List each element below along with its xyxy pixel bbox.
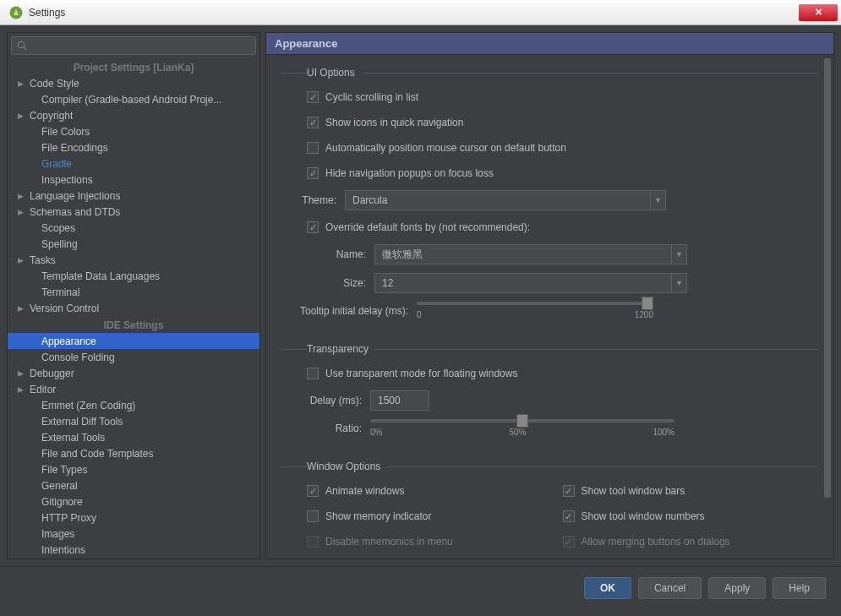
tree-item[interactable]: ▶Editor [8, 381, 259, 397]
expand-arrow-icon: ▶ [18, 112, 26, 120]
hidepop-checkbox[interactable] [307, 167, 319, 179]
tree-item[interactable]: ▶Code Style [8, 75, 259, 91]
tree-item-label: File Colors [41, 126, 90, 138]
tree-item-label: General [41, 480, 78, 492]
apply-button[interactable]: Apply [708, 577, 766, 599]
tree-item[interactable]: File Types [8, 461, 259, 477]
cancel-button[interactable]: Cancel [638, 577, 702, 599]
main-scrollbar[interactable] [823, 58, 832, 557]
trans-delay-input[interactable]: 1500 [370, 390, 429, 411]
tree-item[interactable]: ▶Debugger [8, 365, 259, 381]
tree-item[interactable]: ▶Version Control [8, 300, 259, 316]
tree-item[interactable]: Intentions [8, 542, 259, 558]
svg-point-1 [18, 41, 24, 47]
override-fonts-checkbox[interactable] [307, 221, 319, 233]
tree-item[interactable]: Scopes [8, 220, 259, 236]
tree-item[interactable]: Console Folding [8, 349, 259, 365]
tree-item[interactable]: Images [8, 526, 259, 542]
search-input[interactable] [11, 36, 256, 55]
ok-button[interactable]: OK [584, 577, 631, 599]
ratio-slider[interactable]: 0%50%100% [370, 419, 674, 437]
window-title: Settings [29, 7, 799, 19]
tree-item-label: Template Data Languages [41, 270, 160, 282]
toolbar-checkbox[interactable] [563, 485, 575, 497]
tree-item-label: Language Injections [30, 190, 120, 202]
memory-checkbox[interactable] [307, 510, 319, 522]
tree-item-label: Editor [30, 384, 56, 395]
hidepop-label: Hide navigation popups on focus loss [325, 167, 494, 179]
tree-item[interactable]: ▶Language Injections [8, 188, 259, 204]
expand-arrow-icon: ▶ [18, 369, 26, 378]
tree-item[interactable]: External Diff Tools [8, 413, 259, 429]
toolnums-label: Show tool window numbers [582, 510, 705, 522]
merge-checkbox[interactable] [563, 536, 575, 548]
icons-checkbox[interactable] [307, 117, 319, 128]
transparency-group: Transparency Use transparent mode for fl… [281, 343, 818, 452]
tree-item[interactable]: Compiler (Gradle-based Android Proje... [8, 91, 259, 107]
tree-item-label: Console Folding [41, 352, 115, 363]
font-size-select[interactable]: 12▼ [374, 273, 687, 293]
expand-arrow-icon: ▶ [18, 79, 26, 88]
search-icon [17, 41, 28, 52]
settings-tree[interactable]: Project Settings [LianKa] ▶Code StyleCom… [8, 58, 259, 559]
transparency-legend: Transparency [307, 343, 375, 355]
tree-item[interactable]: Inspections [8, 172, 259, 188]
tree-item-label: File Types [41, 464, 87, 476]
tree-header-project: Project Settings [LianKa] [8, 58, 259, 75]
ui-options-legend: UI Options [307, 67, 362, 79]
transparent-mode-checkbox[interactable] [307, 368, 319, 379]
tree-item-label: Images [41, 528, 74, 540]
tree-item-label: File and Code Templates [41, 448, 154, 460]
tree-item[interactable]: Gitignore [8, 493, 259, 510]
tree-item[interactable]: File Colors [8, 123, 259, 139]
help-button[interactable]: Help [773, 577, 826, 599]
font-name-label: Name: [324, 248, 366, 260]
tree-item[interactable]: External Tools [8, 429, 259, 445]
window-options-legend: Window Options [307, 461, 387, 472]
tree-item[interactable]: HTTP Proxy [8, 510, 259, 526]
toolnums-checkbox[interactable] [563, 510, 575, 522]
expand-arrow-icon: ▶ [18, 304, 26, 313]
tree-item[interactable]: ▶Copyright [8, 107, 259, 123]
tree-item-label: Compiler (Gradle-based Android Proje... [41, 94, 221, 106]
tree-item[interactable]: Terminal [8, 284, 259, 300]
animate-checkbox[interactable] [307, 485, 319, 497]
tree-item[interactable]: Template Data Languages [8, 268, 259, 284]
font-name-select[interactable]: 微软雅黑▼ [374, 244, 687, 264]
svg-line-2 [24, 47, 26, 50]
theme-select[interactable]: Darcula▼ [345, 190, 666, 210]
chevron-down-icon: ▼ [671, 245, 686, 264]
tree-item[interactable]: File and Code Templates [8, 445, 259, 461]
tooltip-delay-slider[interactable]: 01200 [417, 302, 653, 319]
tree-item-label: Inspections [41, 174, 93, 186]
theme-label: Theme: [281, 194, 336, 206]
tree-item-label: Debugger [30, 368, 74, 379]
tree-item[interactable]: General [8, 477, 259, 493]
tree-item-label: Spelling [41, 238, 78, 250]
cyclic-checkbox[interactable] [307, 91, 319, 103]
settings-sidebar: Project Settings [LianKa] ▶Code StyleCom… [7, 32, 260, 559]
tree-item-label: Version Control [30, 303, 99, 314]
tree-item[interactable]: Gradle [8, 155, 259, 172]
dialog-footer: OK Cancel Apply Help [0, 566, 841, 608]
main-title: Appearance [266, 33, 833, 55]
tree-item[interactable]: ▶Tasks [8, 252, 259, 268]
tree-item[interactable]: Spelling [8, 236, 259, 252]
tree-item-label: External Diff Tools [41, 416, 123, 428]
tree-item-label: Intentions [41, 544, 85, 556]
titlebar: Settings ✕ [0, 0, 841, 25]
chevron-down-icon: ▼ [671, 274, 686, 292]
tree-item-label: Gitignore [41, 496, 83, 508]
tree-item[interactable]: Appearance [8, 333, 259, 349]
tree-item-label: Terminal [41, 286, 79, 298]
tree-item[interactable]: ▶Schemas and DTDs [8, 204, 259, 220]
tree-item[interactable]: File Encodings [8, 139, 259, 155]
tree-item-label: HTTP Proxy [41, 512, 96, 524]
app-icon [8, 5, 24, 20]
disable-mnemonics-checkbox[interactable] [307, 536, 319, 548]
tree-item[interactable]: Emmet (Zen Coding) [8, 397, 259, 413]
autopos-checkbox[interactable] [307, 142, 319, 154]
tree-item-label: Emmet (Zen Coding) [41, 400, 135, 412]
tree-item-label: Tasks [30, 254, 56, 266]
window-close-button[interactable]: ✕ [799, 4, 838, 21]
